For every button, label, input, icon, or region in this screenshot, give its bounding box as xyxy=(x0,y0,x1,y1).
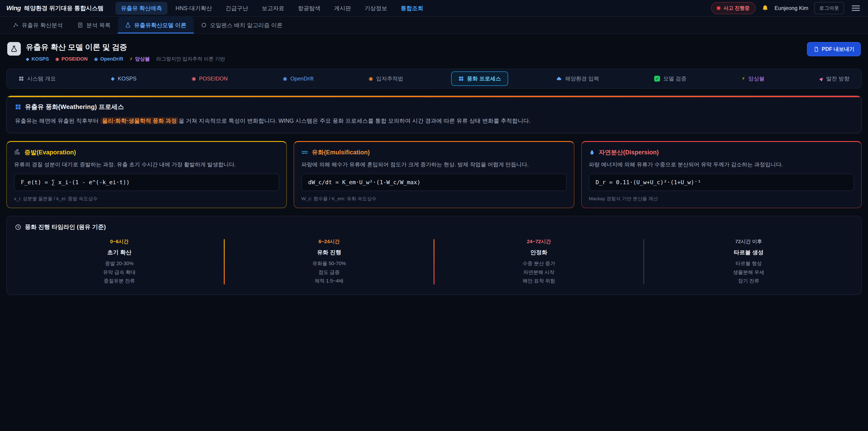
nav-item-oil-spill-prediction[interactable]: 유출유 확산예측 xyxy=(116,2,167,15)
menu-icon[interactable] xyxy=(850,3,862,13)
process-cards: 증발(Evaporation) 유류의 경질 성분이 대기로 증발하는 과정. … xyxy=(6,141,862,208)
chart-grid-icon xyxy=(458,76,464,81)
document-icon xyxy=(813,46,819,52)
phase-stage: 타르볼 생성 xyxy=(644,249,853,256)
weathering-highlight: 물리·화학·생물학적 풍화 과정 xyxy=(100,117,179,124)
nav-item-weather-info[interactable]: 기상정보 xyxy=(359,2,393,15)
main-content: 유출유 확산 모델 이론 및 검증 ◆ KOSPS ◉ POSEIDON ◉ O xyxy=(0,34,868,304)
notification-bell-icon[interactable] xyxy=(762,4,769,12)
card-evaporation: 증발(Evaporation) 유류의 경질 성분이 대기로 증발하는 과정. … xyxy=(6,141,287,208)
phase-time: 24~72시간 xyxy=(434,238,643,245)
bullseye-icon: ◉ xyxy=(192,76,196,81)
incident-status-badge[interactable]: 사고 진행중 xyxy=(711,2,755,14)
bolt-icon: ⚡ xyxy=(129,56,133,62)
tab-kosps[interactable]: ◆ KOSPS xyxy=(103,72,144,86)
phase-stage: 안정화 xyxy=(434,249,643,256)
phase-stage: 유화 진행 xyxy=(225,249,434,256)
nav-item-emergency-rescue[interactable]: 긴급구난 xyxy=(220,2,254,15)
tab-model-validation[interactable]: ✓ 모델 검증 xyxy=(647,71,694,86)
subnav-item-diffusion-model-theory[interactable]: 유출유확산모델 이론 xyxy=(118,17,194,33)
timeline-phase-4: 72시간 이후 타르볼 생성 타르볼 형성 생물분해 우세 장기 잔류 xyxy=(644,238,853,285)
user-name[interactable]: Eunjeong Kim xyxy=(775,5,808,11)
phase-stage: 초기 확산 xyxy=(15,249,224,256)
card-emulsification-title: 유화(Emulsification) xyxy=(301,148,566,156)
top-navbar: Wing 해양환경 위기대응 통합시스템 유출유 확산예측 HNS·대기확산 긴… xyxy=(0,0,868,17)
card-evaporation-desc: 유류의 경질 성분이 대기로 증발하는 과정. 유출 초기 수시간 내에 가장 … xyxy=(14,160,279,168)
weathering-intro-panel: 유출유 풍화(Weathering) 프로세스 유출유는 해면에 유출된 직후부… xyxy=(6,95,862,133)
subnav-label: 분석 목록 xyxy=(86,22,111,29)
tab-weathering-process[interactable]: 풍화 프로세스 xyxy=(451,71,508,86)
wave-icon xyxy=(301,149,308,156)
sub-navbar: 유출유 확산분석 분석 목록 유출유확산모델 이론 오일펜스 배치 알고리즘 이… xyxy=(0,17,868,34)
badge-ensemble: ⚡ 앙상블 xyxy=(129,56,150,62)
rocket-icon: ▶ xyxy=(818,75,825,82)
main-nav: 유출유 확산예측 HNS·대기확산 긴급구난 보고자료 항공탐색 게시판 기상정… xyxy=(116,2,429,15)
subnav-label: 유출유 확산분석 xyxy=(22,22,63,29)
nav-item-reports[interactable]: 보고자료 xyxy=(256,2,290,15)
cloud-icon xyxy=(556,76,562,82)
flask-badge-icon xyxy=(7,42,21,56)
tab-ensemble[interactable]: ⚡ 앙상블 xyxy=(735,71,772,86)
phase-time: 6~24시간 xyxy=(225,238,434,245)
card-evaporation-title: 증발(Evaporation) xyxy=(14,148,279,156)
wing-logo-icon: Wing xyxy=(6,4,21,12)
document-list-icon xyxy=(77,22,83,28)
subnav-label: 유출유확산모델 이론 xyxy=(134,22,186,29)
phase-time: 72시간 이후 xyxy=(644,238,853,245)
subnav-item-analysis-list[interactable]: 분석 목록 xyxy=(70,17,118,33)
card-dispersion-desc: 파랑 에너지에 의해 유류가 수중으로 분산되어 유막 두께가 감소하는 과정입… xyxy=(589,160,854,168)
emulsification-formula: dW_c/dt = K_em·U_w²·(1-W_c/W_max) xyxy=(301,174,566,191)
model-badge-row: ◆ KOSPS ◉ POSEIDON ◉ OpenDrift ⚡ xyxy=(26,56,225,62)
circle-icon xyxy=(201,22,207,28)
check-icon: ✓ xyxy=(654,76,660,82)
nav-item-aerial-search[interactable]: 항공탐색 xyxy=(292,2,326,15)
timeline-phase-2: 6~24시간 유화 진행 유화율 50-70% 점도 급증 체적 1.5~4배 xyxy=(225,238,434,285)
incident-dot-icon xyxy=(717,6,720,10)
timeline-grid: 0~6시간 초기 확산 증발 20-30% 유막 급속 확대 중질유분 잔류 6… xyxy=(15,238,853,285)
page-header-texts: 유출유 확산 모델 이론 및 검증 ◆ KOSPS ◉ POSEIDON ◉ O xyxy=(26,42,225,62)
atom-icon: ◉ xyxy=(369,76,373,81)
subnav-label: 오일펜스 배치 알고리즘 이론 xyxy=(210,22,283,29)
timeline-title: 풍화 진행 타임라인 (원유 기준) xyxy=(15,223,853,231)
page-title: 유출유 확산 모델 이론 및 검증 xyxy=(26,42,225,53)
tab-marine-environment-input[interactable]: 해양환경 입력 xyxy=(549,71,607,86)
weathering-description: 유출유는 해면에 유출된 직후부터 물리·화학·생물학적 풍화 과정을 거쳐 지… xyxy=(15,116,853,125)
app-logo[interactable]: Wing 해양환경 위기대응 통합시스템 xyxy=(6,4,104,12)
flask-icon xyxy=(125,22,131,28)
tab-future-direction[interactable]: ▶ 발전 방향 xyxy=(812,71,857,86)
incident-badge-label: 사고 진행중 xyxy=(723,5,749,11)
nav-item-hns-air-dispersion[interactable]: HNS·대기확산 xyxy=(170,2,217,15)
nav-item-integrated-search[interactable]: 통합조회 xyxy=(395,2,429,15)
clock-icon xyxy=(15,224,21,230)
page-header-left: 유출유 확산 모델 이론 및 검증 ◆ KOSPS ◉ POSEIDON ◉ O xyxy=(7,42,225,62)
phase-time: 0~6시간 xyxy=(15,238,224,245)
tab-system-overview[interactable]: 시스템 개요 xyxy=(11,71,63,86)
diamond-icon: ◆ xyxy=(111,76,115,81)
badge-opendrift: ◉ OpenDrift xyxy=(94,56,123,62)
subnav-item-diffusion-analysis[interactable]: 유출유 확산분석 xyxy=(5,17,70,33)
tab-opendrift[interactable]: ◉ OpenDrift xyxy=(276,72,321,86)
subnav-item-oil-fence-algorithm-theory[interactable]: 오일펜스 배치 알고리즘 이론 xyxy=(194,17,290,33)
scatter-icon xyxy=(13,22,19,28)
dispersion-formula: D_r = 0.11·(U_w+U_c)²·(1+U_w)⁻¹ xyxy=(589,174,854,191)
tab-particle-tracking[interactable]: ◉ 입자추적법 xyxy=(362,71,410,86)
logout-button[interactable]: 로그아웃 xyxy=(814,2,844,14)
grid-icon xyxy=(15,104,21,110)
pdf-export-button[interactable]: PDF 내보내기 xyxy=(807,42,861,56)
timeline-phase-3: 24~72시간 안정화 수중 분산 증가 자연분해 시작 해안 표착 위험 xyxy=(434,238,643,285)
nav-item-board[interactable]: 게시판 xyxy=(329,2,356,15)
grid-icon xyxy=(19,76,24,81)
wind-icon xyxy=(14,149,21,156)
tab-poseidon[interactable]: ◉ POSEIDON xyxy=(184,72,235,86)
badge-poseidon: ◉ POSEIDON xyxy=(55,56,88,62)
weathering-timeline-panel: 풍화 진행 타임라인 (원유 기준) 0~6시간 초기 확산 증발 20-30%… xyxy=(6,216,862,295)
bullseye-icon: ◉ xyxy=(55,56,59,62)
evaporation-formula: F_e(t) = ∑ x_i·(1 - e^(-k_ei·t)) xyxy=(14,174,279,191)
theory-tabstrip: 시스템 개요 ◆ KOSPS ◉ POSEIDON ◉ OpenDrift ◉ … xyxy=(6,69,862,89)
weathering-section-title: 유출유 풍화(Weathering) 프로세스 xyxy=(15,102,853,111)
timeline-phase-1: 0~6시간 초기 확산 증발 20-30% 유막 급속 확대 중질유분 잔류 xyxy=(15,238,224,285)
system-title: 해양환경 위기대응 통합시스템 xyxy=(24,4,103,12)
app-root: Wing 해양환경 위기대응 통합시스템 유출유 확산예측 HNS·대기확산 긴… xyxy=(0,0,868,431)
navbar-left: Wing 해양환경 위기대응 통합시스템 유출유 확산예측 HNS·대기확산 긴… xyxy=(6,2,429,15)
emulsification-note: W_c: 함수율 / K_em: 유화 속도상수 xyxy=(301,195,566,202)
